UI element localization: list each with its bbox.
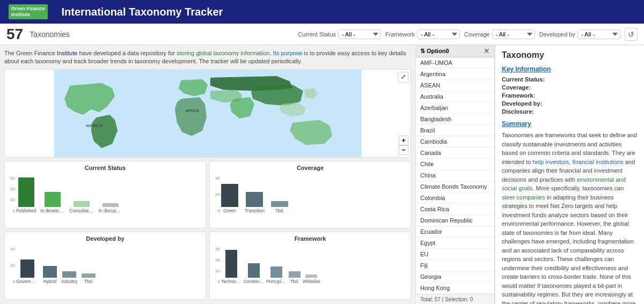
- list-item[interactable]: Bangladesh: [416, 114, 494, 125]
- bar-label: Consultation: [69, 208, 94, 213]
- bar: [43, 266, 57, 278]
- bar-group: Tbd.: [271, 201, 288, 213]
- list-item[interactable]: Dominican Republic: [416, 215, 494, 226]
- map-container: ⤢: [4, 69, 411, 158]
- summary-text: Taxonomies are frameworks that seek to d…: [502, 131, 638, 304]
- charts-grid: Current Status 3020100 Published In deve…: [4, 161, 411, 300]
- list-items-container: AMF-UMOAArgentinaASEANAustraliaAzerbaija…: [416, 57, 494, 294]
- coverage-yaxis: 40200: [215, 176, 220, 213]
- bar-group: In development: [40, 192, 65, 213]
- bar: [221, 184, 238, 207]
- svg-text:AMERICA: AMERICA: [86, 123, 103, 127]
- bar-group: Technical Screening Criteria: [221, 250, 241, 284]
- world-map: AMERICA AFRICA: [5, 70, 411, 157]
- list-item[interactable]: EU: [416, 249, 494, 260]
- bar: [289, 271, 301, 278]
- bar-label: Transition: [245, 208, 265, 213]
- coverage-title: Coverage: [214, 165, 406, 171]
- map-zoom-minus-button[interactable]: −: [399, 145, 408, 155]
- bar: [62, 271, 76, 278]
- current-status-bar-groups: Published In development Consultation In…: [16, 177, 200, 213]
- list-footer: Total: 57 | Selection: 0: [416, 294, 494, 304]
- list-item[interactable]: Colombia: [416, 192, 494, 204]
- bar-group: Government: [16, 259, 39, 284]
- list-item[interactable]: Chile: [416, 159, 494, 170]
- info-key: Coverage:: [502, 84, 550, 91]
- bar: [20, 259, 34, 278]
- filter-bar: 57 Taxonomies Current Status - All - Fra…: [0, 24, 644, 45]
- status-filter-select[interactable]: - All -: [338, 29, 381, 39]
- page-title: International Taxonomy Tracker: [62, 6, 223, 18]
- bar-label: Tbd.: [84, 279, 93, 284]
- list-item[interactable]: Australia: [416, 91, 494, 102]
- taxonomy-count: 57: [6, 26, 23, 43]
- bar-group: Combination: [244, 263, 264, 284]
- info-key: Developed by:: [502, 100, 550, 107]
- list-item[interactable]: Canada: [416, 147, 494, 159]
- bar: [271, 201, 288, 207]
- bar-group: Industry: [61, 271, 77, 284]
- list-item[interactable]: Fiji: [416, 260, 494, 271]
- current-status-title: Current Status: [9, 165, 201, 171]
- key-info-link[interactable]: Key Information: [502, 65, 638, 73]
- bar-group: Tbd.: [289, 271, 301, 284]
- developed-by-chart: Developed by 40200 Government Hybrid Ind…: [4, 232, 206, 300]
- bar-group: In discussion: [98, 203, 123, 213]
- current-status-chart: Current Status 3020100 Published In deve…: [4, 161, 206, 229]
- framework-bars-area: 3020100 Technical Screening Criteria Com…: [214, 244, 406, 284]
- bar-label: Tbd.: [290, 279, 299, 284]
- list-item[interactable]: Climate Bonds Taxonomy: [416, 181, 494, 192]
- reset-button[interactable]: ↺: [625, 28, 638, 41]
- left-panel: The Green Finance Institute have develop…: [0, 45, 415, 304]
- bar-label: In discussion: [98, 208, 123, 213]
- bar-label: Green: [223, 208, 236, 213]
- bar-label: Principles-based: [266, 279, 287, 284]
- bar-group: Hybrid: [43, 266, 57, 284]
- list-item[interactable]: Ecuador: [416, 226, 494, 238]
- info-row: Current Status:: [502, 76, 638, 83]
- list-item[interactable]: ASEAN: [416, 80, 494, 91]
- list-item[interactable]: Azerbaijan: [416, 102, 494, 114]
- list-item[interactable]: AMF-UMOA: [416, 57, 494, 69]
- bar-label: Government: [16, 279, 39, 284]
- bar: [305, 275, 317, 278]
- logo-icon: Green Finance Institute: [9, 4, 48, 19]
- bar: [45, 192, 61, 207]
- bar-group: Transition: [245, 192, 265, 213]
- list-item[interactable]: Brazil: [416, 125, 494, 136]
- developed-filter-group: Developed by - All -: [539, 29, 620, 39]
- info-row: Developed by:: [502, 100, 638, 107]
- framework-filter-label: Framework: [385, 31, 415, 38]
- developed-by-bar-groups: Government Hybrid Industry Tbd.: [16, 259, 200, 284]
- intro-link-institute[interactable]: Institute: [57, 50, 78, 56]
- list-item[interactable]: Argentina: [416, 69, 494, 80]
- bar-label: Whitelist: [303, 279, 320, 284]
- list-item[interactable]: Cambodia: [416, 136, 494, 147]
- map-expand-button[interactable]: ⤢: [398, 72, 408, 83]
- list-item[interactable]: Hong Kong: [416, 283, 494, 294]
- list-item[interactable]: Egypt: [416, 238, 494, 249]
- list-item[interactable]: China: [416, 170, 494, 181]
- coverage-filter-group: Coverage - All -: [464, 29, 535, 39]
- list-item[interactable]: Georgia: [416, 271, 494, 283]
- coverage-filter-select[interactable]: - All -: [492, 29, 535, 39]
- bar: [82, 273, 96, 278]
- bar: [74, 201, 90, 207]
- taxonomy-panel-title: Taxonomy: [502, 50, 638, 60]
- coverage-bar-groups: Green Transition Tbd.: [221, 184, 405, 213]
- map-zoom-plus-button[interactable]: +: [399, 136, 408, 145]
- current-status-bars: 3020100 Published In development Consult…: [9, 173, 201, 213]
- list-panel: ⇅ Option0 ✕ AMF-UMOAArgentinaASEANAustra…: [415, 45, 495, 304]
- info-key: Framework:: [502, 92, 550, 99]
- list-close-button[interactable]: ✕: [484, 47, 490, 55]
- app-header: Green Finance Institute International Ta…: [0, 0, 644, 24]
- summary-link[interactable]: Summary: [502, 120, 638, 128]
- developed-filter-select[interactable]: - All -: [577, 29, 620, 39]
- list-header: ⇅ Option0 ✕: [416, 45, 494, 57]
- framework-chart: Framework 3020100 Technical Screening Cr…: [209, 232, 411, 300]
- logo-container: Green Finance Institute: [9, 4, 51, 19]
- bar-label: Hybrid: [43, 279, 57, 284]
- framework-filter-select[interactable]: - All -: [417, 29, 460, 39]
- bar-label: Tbd.: [275, 208, 284, 213]
- list-item[interactable]: Costa Rica: [416, 204, 494, 215]
